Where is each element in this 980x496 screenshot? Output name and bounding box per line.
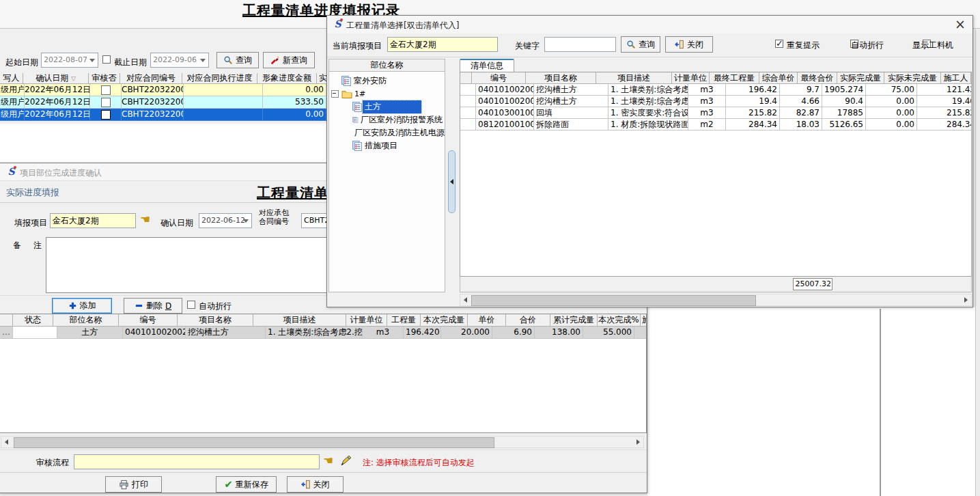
- audit-note: 注: 选择审核流程后可自动发起: [363, 457, 475, 469]
- col-undone[interactable]: 实际未完成量: [884, 72, 941, 84]
- resave-button[interactable]: ✔ 重新保存: [216, 476, 277, 493]
- start-date-combo[interactable]: 2022-08-07: [41, 53, 98, 68]
- confirm-date-combo[interactable]: 2022-06-12: [199, 213, 252, 228]
- tree-item[interactable]: 厂区安防及消防主机电源: [329, 126, 445, 139]
- table-row[interactable]: 级用户 2022年06月12日 CBHT220322002 533.50: [0, 96, 341, 109]
- col-contract-progress[interactable]: 对应合同执行进度: [182, 73, 257, 84]
- col-writer[interactable]: 写人: [0, 73, 23, 84]
- audit-row: 审核流程 ☚ 注: 选择审核流程后可自动发起: [0, 450, 647, 473]
- project-input[interactable]: 金石大厦2期: [50, 213, 136, 228]
- col-code[interactable]: 编号: [119, 314, 178, 327]
- collapse-left-icon: [450, 179, 453, 184]
- col-current-pct[interactable]: 本次完成%: [598, 314, 641, 327]
- nav-link[interactable]: 实际进度填报: [6, 187, 59, 199]
- end-date-checkbox[interactable]: [102, 55, 111, 64]
- col-audited[interactable]: 审核否: [89, 73, 120, 84]
- col-unit-price[interactable]: 综合单价: [759, 72, 798, 84]
- col-current-done[interactable]: 本次完成量: [421, 314, 468, 327]
- col-final-total[interactable]: 最终合价: [798, 72, 837, 84]
- table-row[interactable]: 040103001003 回填 1. 密实度要求:符合设计 m3 215.82 …: [460, 107, 971, 119]
- keyword-input[interactable]: [544, 37, 616, 52]
- table-row[interactable]: 级用户 2022年06月12日 CBHT220322002 0.00: [0, 84, 341, 96]
- print-button[interactable]: 打印: [105, 476, 162, 493]
- col-confirm-date[interactable]: 确认日期 ▽: [23, 73, 89, 84]
- tree-item[interactable]: 厂区室外消防报警系统: [329, 113, 445, 126]
- tab-list-info[interactable]: 清单信息: [460, 59, 514, 72]
- table-row[interactable]: … 土方 040101002002 挖沟槽土方 1. 土壤类别:综合考虑2.挖 …: [0, 327, 646, 339]
- col-worker[interactable]: 施工人: [941, 72, 971, 84]
- col-extra[interactable]: 房: [971, 72, 972, 84]
- end-date-combo[interactable]: 2022-09-06: [150, 53, 209, 68]
- splitter-handle[interactable]: [448, 150, 456, 213]
- collapse-icon[interactable]: [331, 90, 339, 98]
- col-unit[interactable]: 计量单位: [672, 72, 710, 84]
- col-code[interactable]: 编号: [472, 72, 526, 84]
- scroll-right-icon[interactable]: [636, 439, 640, 445]
- delete-button[interactable]: 删除D: [124, 298, 182, 314]
- tree-item[interactable]: 室外安防: [329, 74, 445, 87]
- scroll-left-icon[interactable]: [464, 297, 467, 303]
- main-table: 写人 确认日期 ▽ 审核否 对应合同编号 对应合同执行进度 形象进度金额 实际 …: [0, 73, 341, 121]
- current-project-input[interactable]: 金石大厦2期: [387, 37, 498, 52]
- dialog-titlebar[interactable]: S 工程量清单选择[双击清单代入] ×: [327, 16, 972, 33]
- col-status[interactable]: 状态: [13, 314, 53, 327]
- search-icon: [223, 55, 233, 65]
- pen-icon[interactable]: [340, 454, 352, 467]
- audit-flow-input[interactable]: [74, 454, 320, 469]
- progress-table: 状态 部位名称 编号 项目名称 项目描述 计量单位 工程量 本次完成量 单价 合…: [0, 314, 647, 433]
- autowrap-checkbox[interactable]: [187, 301, 195, 309]
- col-gutter: [460, 72, 472, 84]
- dialog-close-button[interactable]: 关闭: [665, 36, 713, 53]
- col-part[interactable]: 部位名称: [53, 314, 119, 327]
- repeat-hint-checkbox[interactable]: [775, 40, 783, 48]
- col-total[interactable]: 合价: [506, 314, 550, 327]
- audit-checkbox[interactable]: [101, 110, 111, 120]
- col-name[interactable]: 项目名称: [178, 314, 253, 327]
- filter-icon[interactable]: ▽: [71, 75, 76, 82]
- dialog-hscrollbar[interactable]: [460, 294, 972, 306]
- scroll-right-icon[interactable]: [964, 297, 968, 303]
- folder-icon: [341, 89, 352, 98]
- tree-header: 部位名称: [329, 59, 445, 72]
- progress-heading: 工程量清单: [257, 184, 328, 202]
- col-desc[interactable]: 项目描述: [253, 314, 346, 327]
- col-name[interactable]: 项目名称: [526, 72, 596, 84]
- tree-splitter[interactable]: [447, 59, 457, 292]
- chevron-down-icon: [89, 59, 95, 62]
- col-worker[interactable]: 施工人: [641, 314, 647, 327]
- table-row-selected[interactable]: 级用户 2022年06月12日 CBHT220322002 0.00: [0, 109, 341, 121]
- new-query-button[interactable]: 新查询: [263, 52, 315, 68]
- audit-checkbox[interactable]: [101, 85, 111, 95]
- hand-pointer-icon[interactable]: ☚: [323, 454, 333, 467]
- add-button[interactable]: 添加: [52, 298, 112, 314]
- audit-checkbox[interactable]: [101, 98, 111, 107]
- col-contract[interactable]: 对应合同编号: [120, 73, 182, 84]
- close-button[interactable]: 关闭: [287, 476, 344, 493]
- query-button[interactable]: 查询: [216, 52, 259, 68]
- table-row[interactable]: 081201001002 拆除路面 1. 材质:拆除现状路面 m2 284.34…: [460, 119, 971, 130]
- chevron-down-icon: [200, 59, 206, 62]
- col-unit[interactable]: 计量单位: [346, 314, 387, 327]
- tree-item[interactable]: 措施项目: [329, 139, 445, 152]
- col-price[interactable]: 单价: [468, 314, 506, 327]
- scroll-left-icon[interactable]: [5, 439, 8, 445]
- close-icon[interactable]: ×: [955, 16, 966, 31]
- tree-item[interactable]: 1#: [329, 87, 445, 100]
- progress-hscrollbar[interactable]: [1, 436, 644, 448]
- dialog-query-button[interactable]: 查询: [621, 36, 660, 53]
- scrollbar-thumb[interactable]: [471, 295, 756, 306]
- table-row[interactable]: 040101002002 挖沟槽土方 1. 土壤类别:综合考虑 m3 196.4…: [460, 84, 971, 96]
- keyword-label: 关键字: [515, 40, 540, 52]
- col-qty[interactable]: 工程量: [387, 314, 421, 327]
- document-icon: [352, 102, 363, 112]
- col-cum-done[interactable]: 累计完成量: [550, 314, 598, 327]
- col-amount[interactable]: 形象进度金额: [257, 73, 317, 84]
- hand-pointer-icon[interactable]: ☚: [140, 212, 150, 226]
- tree-item-selected[interactable]: 土方: [329, 100, 445, 113]
- scrollbar-thumb[interactable]: [14, 437, 494, 448]
- col-final-qty[interactable]: 最终工程量: [710, 72, 759, 84]
- table-row[interactable]: 040101002003 挖沟槽土方 1. 土壤类别:综合考虑 m3 19.4 …: [460, 96, 971, 107]
- col-desc[interactable]: 项目描述: [596, 72, 672, 84]
- door-exit-icon: [301, 480, 311, 489]
- col-done[interactable]: 实际完成量: [837, 72, 884, 84]
